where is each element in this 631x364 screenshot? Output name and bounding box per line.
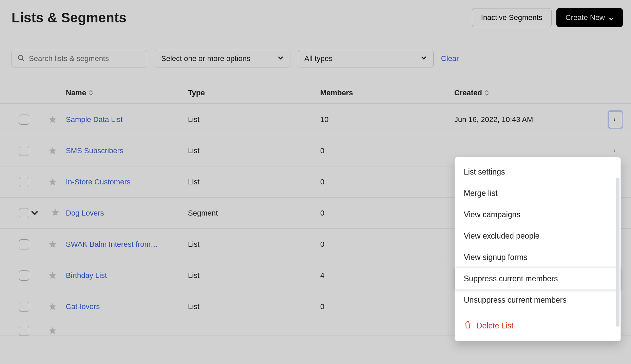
menu-item-view-campaigns[interactable]: View campaigns: [455, 204, 620, 225]
svg-point-6: [614, 151, 615, 152]
column-header-created[interactable]: Created: [454, 88, 482, 97]
members-cell: 0: [320, 178, 454, 186]
row-checkbox[interactable]: [19, 326, 29, 336]
type-cell: List: [188, 302, 320, 311]
members-cell: 0: [320, 146, 454, 155]
row-checkbox[interactable]: [19, 302, 29, 312]
list-name-link[interactable]: In-Store Customers: [66, 178, 131, 186]
svg-point-3: [614, 120, 615, 121]
svg-point-1: [614, 118, 615, 119]
row-checkbox[interactable]: [19, 239, 29, 249]
svg-point-2: [614, 119, 615, 120]
search-icon: [17, 54, 25, 63]
list-name-link[interactable]: Cat-lovers: [66, 302, 100, 311]
inactive-segments-button[interactable]: Inactive Segments: [472, 8, 552, 27]
svg-point-0: [18, 55, 23, 60]
members-cell: 10: [320, 115, 454, 124]
row-actions-button[interactable]: [609, 142, 622, 159]
star-icon[interactable]: [28, 178, 66, 186]
tags-select-label: Select one or more options: [161, 54, 250, 63]
row-checkbox[interactable]: [19, 270, 29, 281]
sort-icon[interactable]: [89, 90, 93, 96]
menu-item-delete-list[interactable]: Delete List: [455, 313, 620, 337]
list-name-link[interactable]: SMS Subscribers: [66, 146, 123, 155]
menu-item-unsuppress-members[interactable]: Unsuppress current members: [455, 289, 620, 311]
column-header-members: Members: [320, 88, 353, 97]
page-title: Lists & Segments: [12, 10, 127, 25]
scrollbar[interactable]: [616, 178, 619, 327]
svg-point-5: [614, 150, 615, 151]
type-cell: List: [188, 115, 320, 124]
members-cell: 0: [320, 302, 454, 311]
column-header-type: Type: [188, 88, 205, 97]
chevron-down-icon: [277, 54, 284, 63]
trash-icon: [464, 321, 472, 331]
star-icon[interactable]: [51, 208, 60, 218]
type-cell: Segment: [188, 209, 320, 218]
types-select[interactable]: All types: [298, 50, 434, 67]
tags-select[interactable]: Select one or more options: [155, 50, 290, 67]
chevron-down-icon: [420, 54, 427, 63]
list-name-link[interactable]: Sample Data List: [66, 115, 123, 124]
star-icon[interactable]: [28, 326, 66, 335]
table-row: Sample Data List List 10 Jun 16, 2022, 1…: [0, 104, 631, 135]
type-cell: List: [188, 271, 320, 280]
star-icon[interactable]: [28, 302, 66, 311]
chevron-down-icon: [608, 15, 614, 20]
star-icon[interactable]: [28, 240, 66, 249]
inactive-segments-label: Inactive Segments: [481, 13, 542, 22]
chevron-down-icon[interactable]: [30, 208, 39, 219]
menu-item-list-settings[interactable]: List settings: [455, 161, 620, 183]
list-name-link[interactable]: Birthday List: [66, 271, 107, 280]
type-cell: List: [188, 178, 320, 186]
row-checkbox[interactable]: [19, 115, 29, 125]
menu-item-suppress-members[interactable]: Suppress current members: [455, 268, 620, 289]
search-input[interactable]: [12, 50, 147, 67]
menu-item-merge-list[interactable]: Merge list: [455, 183, 620, 204]
menu-item-view-signup[interactable]: View signup forms: [455, 247, 620, 268]
star-icon[interactable]: [28, 115, 66, 124]
types-select-label: All types: [304, 54, 332, 63]
star-icon[interactable]: [28, 271, 66, 280]
members-cell: 0: [320, 240, 454, 249]
list-name-link[interactable]: Dog Lovers: [66, 209, 104, 217]
type-cell: List: [188, 240, 320, 249]
row-checkbox[interactable]: [19, 208, 29, 218]
create-new-button[interactable]: Create New: [556, 8, 623, 27]
column-header-name[interactable]: Name: [66, 88, 86, 97]
members-cell: 0: [320, 209, 454, 218]
menu-item-view-excluded[interactable]: View excluded people: [455, 225, 620, 247]
svg-point-4: [614, 149, 615, 150]
row-actions-menu: List settings Merge list View campaigns …: [455, 157, 621, 341]
row-checkbox[interactable]: [19, 177, 29, 187]
create-new-label: Create New: [566, 13, 605, 22]
clear-filters-link[interactable]: Clear: [441, 54, 459, 63]
menu-item-delete-label: Delete List: [477, 321, 514, 330]
type-cell: List: [188, 146, 320, 155]
star-icon[interactable]: [28, 146, 66, 155]
sort-icon[interactable]: [485, 90, 489, 96]
row-actions-button[interactable]: [609, 111, 622, 128]
list-name-link[interactable]: SWAK Balm Interest from…: [66, 240, 158, 248]
members-cell: 4: [320, 271, 454, 280]
row-checkbox[interactable]: [19, 146, 29, 156]
created-cell: Jun 16, 2022, 10:43 AM: [454, 115, 609, 124]
